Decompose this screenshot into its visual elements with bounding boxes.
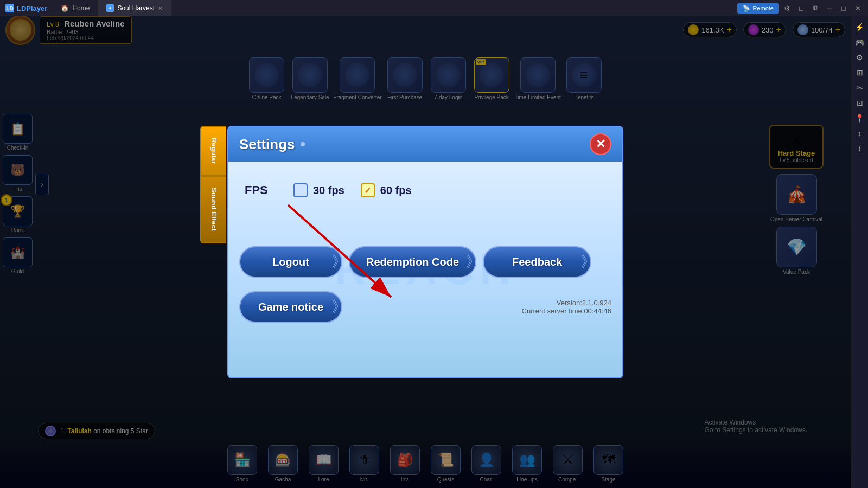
modal-close-button[interactable]: ✕	[590, 133, 611, 155]
fps-30-value: 30 fps	[313, 184, 344, 197]
modal-header: Settings ✕	[227, 126, 623, 162]
close-button[interactable]: ✕	[852, 3, 864, 13]
remote-icon: 📡	[743, 5, 750, 12]
version-text: Version:2.1.0.924	[522, 299, 611, 307]
logout-label: Logout	[272, 256, 309, 268]
game-notice-button[interactable]: 《 Game notice 》	[239, 291, 342, 323]
version-info: Version:2.1.0.924 Current server time:00…	[522, 299, 611, 315]
sidebar-icon-4[interactable]: ⊞	[853, 66, 866, 79]
fps-label: FPS	[245, 183, 277, 197]
modal-tabs: Regular Sound Effect	[200, 126, 226, 243]
right-sidebar: ⚡ 🎮 ⚙ ⊞ ✂ ⊡ 📍 ↕ ⟨	[851, 16, 868, 488]
close-x-icon: ✕	[596, 137, 605, 151]
logo-icon: LD	[5, 4, 14, 12]
modal-buttons-row2: 《 Game notice 》 Version:2.1.0.924 Curren…	[239, 288, 611, 325]
sidebar-icon-5[interactable]: ✂	[853, 81, 866, 94]
tab-sound-effect[interactable]: Sound Effect	[200, 176, 226, 243]
home-tab-icon: 🏠	[61, 4, 69, 12]
titlebar: LD LDPlayer 🏠 Home ✦ Soul Harvest ✕ 📡 Re…	[0, 0, 868, 16]
redemption-code-label: Redemption Code	[366, 256, 459, 268]
fps-60-checkbox[interactable]	[361, 183, 375, 197]
feedback-button[interactable]: 《 Feedback 》	[483, 246, 591, 278]
logout-button[interactable]: 《 Logout 》	[239, 246, 342, 278]
app-name: LDPlayer	[17, 4, 47, 12]
toolbar-icon-3[interactable]: ⧉	[809, 3, 821, 13]
title-deco	[301, 142, 305, 146]
feedback-button-inner: Feedback	[483, 246, 591, 278]
minimize-button[interactable]: ─	[824, 3, 835, 13]
game-notice-button-inner: Game notice	[239, 291, 342, 323]
sidebar-icon-2[interactable]: 🎮	[853, 36, 866, 49]
sidebar-icon-3[interactable]: ⚙	[853, 51, 866, 64]
toolbar-icon-2[interactable]: □	[795, 3, 807, 13]
sidebar-icon-9[interactable]: ⟨	[853, 142, 866, 155]
remote-label: Remote	[752, 5, 774, 11]
logout-button-inner: Logout	[239, 246, 342, 278]
soul-harvest-tab-label: Soul Harvest	[117, 4, 155, 12]
tab-regular-label: Regular	[210, 138, 218, 164]
sidebar-icon-7[interactable]: 📍	[853, 112, 866, 125]
settings-modal: Regular Sound Effect Settings ✕ REACH FP…	[227, 126, 623, 378]
feedback-label: Feedback	[512, 256, 562, 268]
server-time-text: Current server time:00:44:46	[522, 307, 611, 315]
tab-regular[interactable]: Regular	[200, 126, 226, 176]
tab-bar: 🏠 Home ✦ Soul Harvest ✕	[53, 0, 171, 16]
modal-buttons: 《 Logout 》 《 Redemption Code 》 《	[239, 241, 611, 283]
maximize-button[interactable]: □	[838, 3, 850, 13]
redemption-button-inner: Redemption Code	[349, 246, 476, 278]
home-tab-label: Home	[72, 4, 90, 12]
redemption-code-button[interactable]: 《 Redemption Code 》	[349, 246, 476, 278]
sidebar-icon-6[interactable]: ⊡	[853, 97, 866, 110]
feedback-bracket-right: 》	[580, 252, 596, 272]
fps-30-checkbox[interactable]	[293, 183, 308, 197]
modal-title: Settings	[239, 136, 305, 153]
tab-soul-harvest[interactable]: ✦ Soul Harvest ✕	[98, 0, 171, 16]
tab-sound-effect-label: Sound Effect	[210, 188, 218, 231]
game-area: Lv 8 Reuben Aveline Battle: 2903 Feb./29…	[0, 16, 851, 488]
window-controls: 📡 Remote ⚙ □ ⧉ ─ □ ✕	[737, 3, 868, 14]
soul-harvest-tab-icon: ✦	[106, 4, 114, 12]
fps-30-option[interactable]: 30 fps	[293, 183, 344, 197]
game-notice-label: Game notice	[258, 301, 323, 313]
fps-section: FPS 30 fps 60 fps	[239, 172, 611, 208]
game-notice-bracket-right: 》	[331, 297, 347, 317]
remote-button[interactable]: 📡 Remote	[737, 3, 779, 14]
sidebar-icon-8[interactable]: ↕	[853, 127, 866, 140]
tab-home[interactable]: 🏠 Home	[53, 0, 98, 16]
app-logo: LD LDPlayer	[0, 4, 53, 12]
close-tab-button[interactable]: ✕	[158, 5, 163, 12]
settings-title-text: Settings	[239, 136, 295, 153]
fps-60-option[interactable]: 60 fps	[361, 183, 412, 197]
modal-body: REACH FPS 30 fps 60 fps	[227, 162, 623, 378]
sidebar-icon-1[interactable]: ⚡	[853, 21, 866, 34]
toolbar-icon-1[interactable]: ⚙	[781, 3, 793, 13]
fps-60-value: 60 fps	[380, 184, 412, 197]
